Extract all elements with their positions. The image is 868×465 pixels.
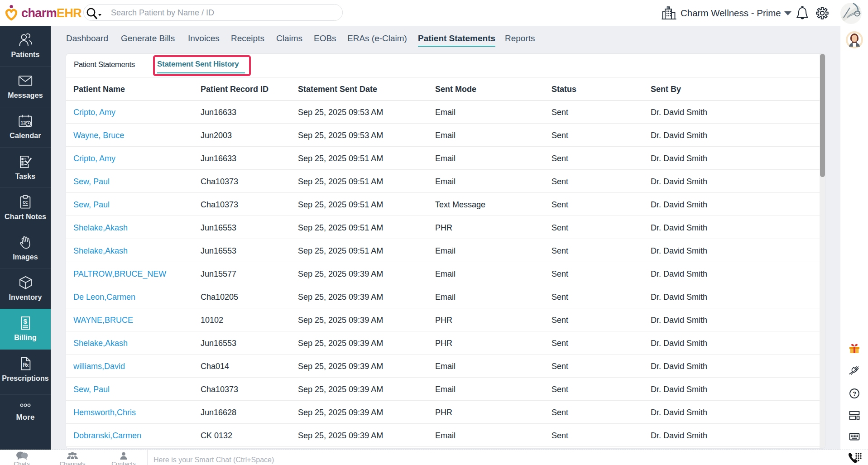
svg-text:?: ? bbox=[853, 390, 856, 397]
svg-text:12: 12 bbox=[20, 120, 26, 125]
svg-text:$: $ bbox=[23, 317, 27, 325]
svg-text:R: R bbox=[23, 362, 27, 368]
svg-text:CC: CC bbox=[22, 200, 28, 205]
